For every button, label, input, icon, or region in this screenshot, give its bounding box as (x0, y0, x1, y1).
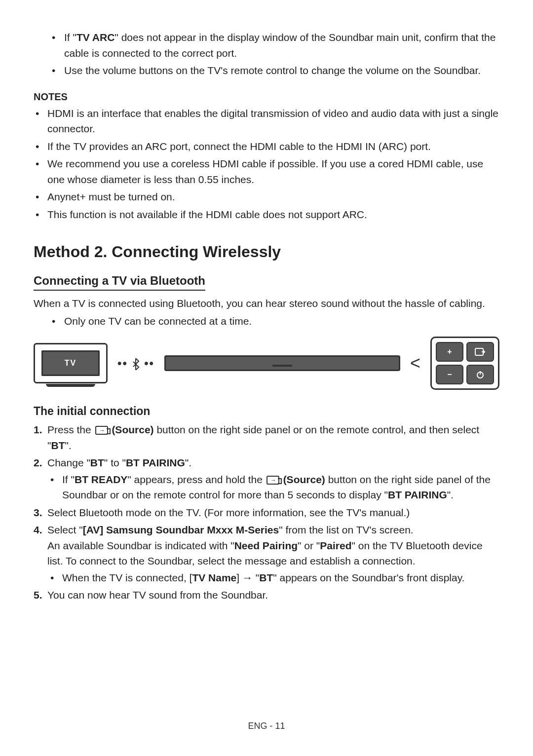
text: ". (447, 489, 454, 500)
tv-label: TV (41, 350, 100, 376)
text: " appears on the Soundbar's front displa… (273, 572, 464, 583)
connector-bracket: < (410, 353, 420, 374)
step-4: Select "[AV] Samsung Soundbar Mxxx M-Ser… (47, 522, 499, 585)
note-item: This function is not available if the HD… (47, 207, 499, 223)
steps-list: Press the (Source) button on the right s… (34, 422, 499, 603)
bold-text: BT READY (75, 474, 127, 485)
page-footer: ENG - 11 (0, 721, 533, 731)
bold-text: [AV] Samsung Soundbar Mxxx M-Series (83, 524, 279, 535)
text: Change " (47, 457, 90, 468)
bold-text: BT (51, 440, 65, 451)
text: ] → " (236, 572, 259, 583)
bold-text: Paired (320, 540, 351, 551)
text: " from the list on TV's screen. (279, 524, 414, 535)
tv-stand (46, 384, 95, 387)
soundbar-illustration (164, 355, 400, 371)
text: If " (62, 474, 75, 485)
volume-up-button-icon: + (436, 342, 463, 362)
step-4-sub: When the TV is connected, [TV Name] → "B… (62, 570, 499, 586)
step-4-sublist: When the TV is connected, [TV Name] → "B… (47, 570, 499, 586)
step-2: Change "BT" to "BT PAIRING". If "BT READ… (47, 455, 499, 503)
bluetooth-heading: Connecting a TV via Bluetooth (34, 274, 205, 291)
bold-text: BT PAIRING (126, 457, 185, 468)
step-5: You can now hear TV sound from the Sound… (47, 587, 499, 603)
bluetooth-icon: •• •• (117, 356, 154, 370)
bold-text: TV Name (192, 572, 236, 583)
bold-text: BT (90, 457, 104, 468)
connection-diagram: TV •• •• < + − (34, 337, 499, 390)
notes-list: HDMI is an interface that enables the di… (34, 106, 499, 223)
text: An available Soundbar is indicated with … (47, 540, 234, 551)
note-item: HDMI is an interface that enables the di… (47, 106, 499, 137)
text: " to " (104, 457, 126, 468)
step-1: Press the (Source) button on the right s… (47, 422, 499, 453)
step-2-sub: If "BT READY" appears, press and hold th… (62, 472, 499, 503)
bullet-one-tv: Only one TV can be connected at a time. (64, 313, 499, 329)
notes-heading: NOTES (34, 91, 499, 103)
source-button-icon (466, 342, 494, 362)
text: ". (65, 440, 71, 451)
text: When the TV is connected, [ (62, 572, 192, 583)
method-heading: Method 2. Connecting Wirelessly (34, 243, 499, 261)
tv-illustration: TV (34, 343, 108, 383)
bold-text: BT PAIRING (388, 489, 447, 500)
note-item: If the TV provides an ARC port, connect … (47, 139, 499, 154)
power-button-icon (466, 365, 494, 384)
bold-text: Need Pairing (234, 540, 298, 551)
bluetooth-bullets: Only one TV can be connected at a time. (34, 313, 499, 329)
source-icon (95, 426, 108, 435)
side-panel-illustration: + − (430, 337, 499, 390)
note-item: Anynet+ must be turned on. (47, 189, 499, 205)
initial-connection-heading: The initial connection (34, 405, 499, 418)
bold-text: (Source) (280, 474, 325, 485)
step-3: Select Bluetooth mode on the TV. (For mo… (47, 505, 499, 521)
text: " or " (298, 540, 320, 551)
top-bullets: If "TV ARC" does not appear in the displ… (34, 30, 499, 78)
text: Select " (47, 524, 83, 535)
volume-down-button-icon: − (436, 365, 463, 384)
bullet-tv-arc: If "TV ARC" does not appear in the displ… (64, 30, 499, 61)
bold-text: (Source) (109, 424, 154, 435)
bluetooth-intro: When a TV is connected using Bluetooth, … (34, 296, 499, 311)
text: ". (185, 457, 191, 468)
bold-text: TV ARC (76, 32, 114, 43)
source-icon (266, 476, 279, 485)
bold-text: BT (259, 572, 273, 583)
text: If " (64, 32, 76, 43)
note-item: We recommend you use a coreless HDMI cab… (47, 156, 499, 187)
bullet-volume: Use the volume buttons on the TV's remot… (64, 63, 499, 78)
text: " appears, press and hold the (127, 474, 265, 485)
text: " does not appear in the display window … (64, 32, 495, 59)
step-2-sublist: If "BT READY" appears, press and hold th… (47, 472, 499, 503)
text: Press the (47, 424, 94, 435)
